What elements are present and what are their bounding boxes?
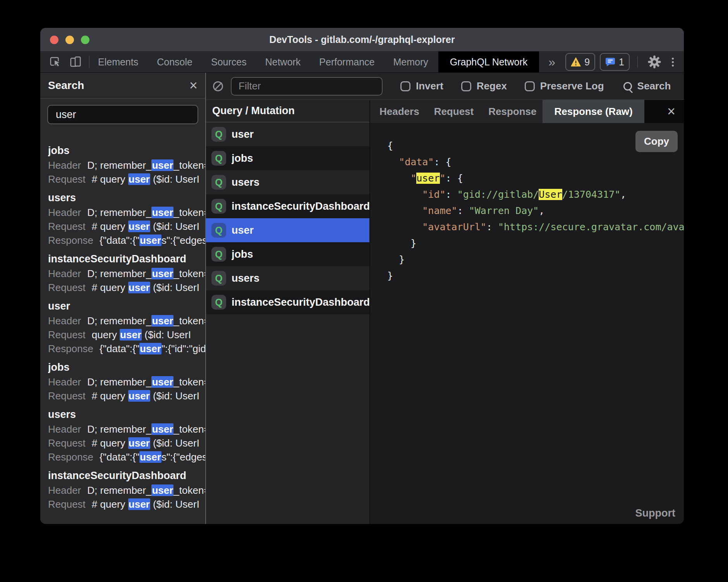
search-result-line[interactable]: HeaderD; remember_user_token=e bbox=[48, 314, 205, 328]
tab-headers[interactable]: Headers bbox=[379, 100, 419, 123]
search-result-line[interactable]: Request# query user ($id: UserI bbox=[48, 436, 205, 450]
json-punctuation: { bbox=[387, 140, 393, 151]
search-result-line[interactable]: Response{"data":{"user":{"id":"gi bbox=[48, 130, 205, 138]
value-text: ($id: UserI bbox=[150, 221, 199, 232]
search-result-line[interactable]: Response{"data":{"users":{"edges bbox=[48, 233, 205, 247]
invert-checkbox-item[interactable]: Invert bbox=[400, 80, 443, 92]
result-line-label: Header bbox=[48, 315, 81, 327]
search-result-line[interactable]: Requestquery user ($id: UserI bbox=[48, 328, 205, 342]
search-result-line[interactable]: HeaderD; remember_user_token=e bbox=[48, 422, 205, 436]
device-toolbar-icon[interactable] bbox=[69, 55, 83, 69]
query-list-item[interactable]: Q user bbox=[206, 122, 369, 146]
detail-tabs: Headers Request Response Response (Raw) … bbox=[370, 100, 684, 123]
tab-console[interactable]: Console bbox=[157, 51, 192, 72]
query-list-item[interactable]: Q instanceSecurityDashboard bbox=[206, 290, 369, 314]
filter-input[interactable] bbox=[231, 77, 383, 96]
tab-memory[interactable]: Memory bbox=[393, 51, 428, 72]
query-name: jobs bbox=[232, 248, 253, 260]
tab-request[interactable]: Request bbox=[434, 100, 474, 123]
search-result-line[interactable]: HeaderD; remember_user_token=e bbox=[48, 205, 205, 219]
query-list-item[interactable]: Q users bbox=[206, 170, 369, 194]
settings-gear-icon[interactable] bbox=[648, 55, 661, 68]
search-result-line[interactable]: Request# query user ($id: UserI bbox=[48, 281, 205, 294]
match-highlight: user bbox=[151, 159, 173, 171]
close-window-button[interactable] bbox=[50, 36, 58, 44]
detail-close-icon[interactable]: × bbox=[667, 104, 675, 118]
json-line: } bbox=[387, 268, 684, 284]
tab-sources[interactable]: Sources bbox=[211, 51, 247, 72]
devtools-tab-bar: Elements Console Sources Network Perform… bbox=[40, 51, 684, 73]
support-link[interactable]: Support bbox=[635, 507, 675, 519]
result-line-label: Response bbox=[48, 451, 93, 463]
query-list-item[interactable]: Q instanceSecurityDashboard bbox=[206, 194, 369, 218]
toolbar-search-toggle[interactable]: Search bbox=[623, 80, 671, 92]
copy-button[interactable]: Copy bbox=[635, 131, 678, 152]
more-tabs-icon[interactable]: » bbox=[548, 56, 555, 68]
value-text: _token=e bbox=[173, 423, 205, 435]
search-close-icon[interactable]: × bbox=[189, 79, 197, 92]
match-highlight: user bbox=[151, 207, 173, 218]
search-input[interactable] bbox=[47, 105, 198, 124]
devtools-content: Search × Response{"data":{"user":{"id":"… bbox=[40, 73, 684, 524]
message-icon bbox=[605, 57, 615, 67]
search-result-line[interactable]: Response{"data":{"user":{"id":"gid bbox=[48, 342, 205, 356]
json-key: " bbox=[410, 173, 416, 184]
result-line-label: Request bbox=[48, 498, 86, 510]
search-result-line[interactable]: Response{"data":{"users":{"edges bbox=[48, 450, 205, 464]
search-result-line[interactable]: Request# query user ($id: UserI bbox=[48, 172, 205, 186]
inspect-element-icon[interactable] bbox=[49, 55, 63, 69]
json-punctuation: , bbox=[620, 189, 626, 200]
clear-icon[interactable] bbox=[213, 81, 223, 91]
query-name: instanceSecurityDashboard bbox=[232, 200, 369, 212]
search-result-line[interactable]: HeaderD; remember_user_token=e bbox=[48, 267, 205, 281]
value-text: {"data":{" bbox=[100, 343, 139, 354]
query-list-item[interactable]: Q jobs bbox=[206, 146, 369, 170]
tab-performance[interactable]: Performance bbox=[319, 51, 374, 72]
query-type-badge: Q bbox=[211, 295, 226, 310]
result-line-label: Header bbox=[48, 376, 81, 388]
json-indent bbox=[387, 156, 399, 168]
json-key: " bbox=[440, 173, 446, 184]
search-result-line[interactable]: Request# query user ($id: UserI bbox=[48, 389, 205, 403]
tab-elements[interactable]: Elements bbox=[98, 51, 138, 72]
value-text: _token=e bbox=[173, 376, 205, 388]
response-raw-body: Copy { "data": { "user": { "id": "gid://… bbox=[370, 123, 684, 524]
preserve-log-checkbox[interactable] bbox=[525, 81, 535, 91]
json-line: "id": "gid://gitlab/User/13704317", bbox=[387, 187, 684, 203]
regex-checkbox-item[interactable]: Regex bbox=[461, 80, 507, 92]
search-result-line[interactable]: Request# query user ($id: UserI bbox=[48, 497, 205, 511]
search-result-line[interactable]: Request# query user ($id: UserI bbox=[48, 219, 205, 233]
preserve-log-checkbox-item[interactable]: Preserve Log bbox=[525, 80, 604, 92]
zoom-window-button[interactable] bbox=[81, 36, 89, 44]
result-group-title: users bbox=[48, 190, 205, 205]
detail-tabs-filler: × bbox=[644, 100, 684, 123]
query-list-item[interactable]: Q jobs bbox=[206, 242, 369, 266]
query-name: users bbox=[232, 272, 259, 284]
devtools-window: DevTools - gitlab.com/-/graphql-explorer… bbox=[40, 28, 684, 524]
result-group-title: instanceSecurityDashboard bbox=[48, 251, 205, 267]
search-icon bbox=[623, 82, 632, 91]
query-type-badge: Q bbox=[211, 271, 226, 286]
messages-badge[interactable]: 1 bbox=[600, 53, 630, 71]
query-list-item-selected[interactable]: Q user bbox=[206, 218, 369, 242]
invert-checkbox[interactable] bbox=[400, 81, 410, 91]
search-result-line[interactable]: HeaderD; remember_user_token=e bbox=[48, 375, 205, 389]
network-main-area: Invert Regex Preserve Log Search bbox=[206, 73, 684, 524]
tab-response[interactable]: Response bbox=[488, 100, 536, 123]
tab-response-raw[interactable]: Response (Raw) bbox=[543, 100, 644, 123]
kebab-menu-icon[interactable] bbox=[672, 61, 674, 63]
title-bar: DevTools - gitlab.com/-/graphql-explorer bbox=[40, 28, 684, 51]
regex-checkbox[interactable] bbox=[461, 81, 471, 91]
result-line-label: Request bbox=[48, 390, 86, 402]
warnings-badge[interactable]: 9 bbox=[565, 53, 595, 71]
search-result-line[interactable]: HeaderD; remember_user_token=e bbox=[48, 158, 205, 172]
json-line: "data": { bbox=[387, 154, 684, 170]
result-line-label: Header bbox=[48, 207, 81, 218]
query-list-item[interactable]: Q users bbox=[206, 266, 369, 290]
value-text: # query bbox=[92, 498, 128, 510]
minimize-window-button[interactable] bbox=[65, 36, 74, 44]
search-result-line[interactable]: HeaderD; remember_user_token=e bbox=[48, 483, 205, 497]
tab-network[interactable]: Network bbox=[265, 51, 301, 72]
query-type-badge: Q bbox=[211, 223, 226, 238]
tab-graphql-network[interactable]: GraphQL Network bbox=[438, 51, 539, 72]
